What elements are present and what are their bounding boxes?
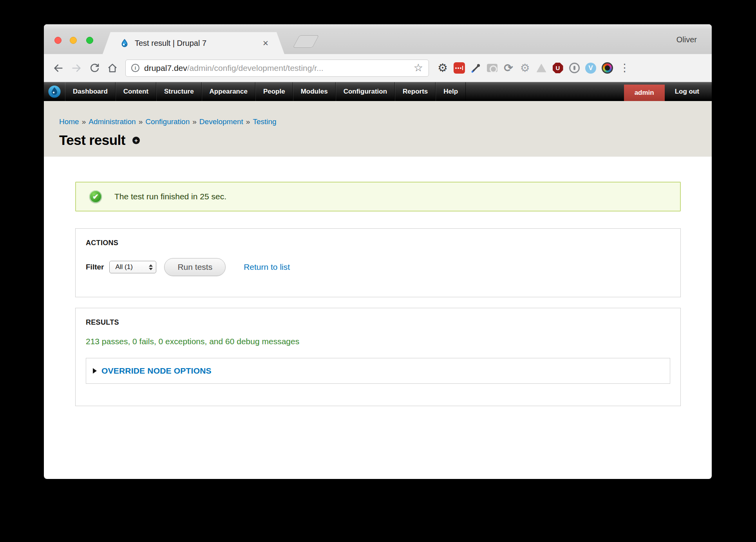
toolbar-item-modules[interactable]: Modules xyxy=(293,82,336,101)
tab-title: Test result | Drupal 7 xyxy=(135,39,206,48)
url-text[interactable]: drupal7.dev/admin/config/development/tes… xyxy=(144,63,411,73)
select-stepper-icon xyxy=(149,264,153,270)
breadcrumb-separator: » xyxy=(82,117,86,126)
ublock-origin-icon[interactable]: U xyxy=(552,62,564,74)
bookmark-star-icon[interactable]: ☆ xyxy=(414,63,423,73)
breadcrumb: Home»Administration»Configuration»Develo… xyxy=(59,117,712,126)
chrome-menu-icon[interactable]: ⋮ xyxy=(619,63,630,73)
drupal-logo-icon[interactable] xyxy=(44,82,65,101)
breadcrumb-testing[interactable]: Testing xyxy=(253,117,276,126)
toolbar-item-reports[interactable]: Reports xyxy=(395,82,436,101)
back-icon[interactable] xyxy=(52,61,65,75)
actions-panel: ACTIONS Filter All (1) Run tests Return … xyxy=(75,228,681,297)
toolbar-item-people[interactable]: People xyxy=(255,82,293,101)
titlebar: Test result | Drupal 7 ✕ Oliver xyxy=(44,24,712,54)
status-message: ✔ The test run finished in 25 sec. xyxy=(75,182,681,211)
actions-heading: ACTIONS xyxy=(86,239,670,247)
filter-select[interactable]: All (1) xyxy=(109,261,156,273)
vimium-icon[interactable]: V xyxy=(584,62,597,74)
new-tab-button[interactable] xyxy=(293,35,319,48)
home-icon[interactable] xyxy=(106,61,119,75)
toolbar-item-content[interactable]: Content xyxy=(116,82,156,101)
toolbar-item-dashboard[interactable]: Dashboard xyxy=(65,82,116,101)
results-summary: 213 passes, 0 fails, 0 exceptions, and 6… xyxy=(86,337,670,346)
tab-close-icon[interactable]: ✕ xyxy=(262,39,269,48)
close-window-button[interactable] xyxy=(54,37,61,44)
toolbar-item-configuration[interactable]: Configuration xyxy=(336,82,395,101)
url-host: drupal7.dev xyxy=(144,63,187,72)
collapsed-arrow-icon xyxy=(93,368,97,374)
lastpass-icon[interactable] xyxy=(453,62,465,74)
browser-toolbar: i drupal7.dev/admin/config/development/t… xyxy=(44,54,712,82)
results-panel: RESULTS 213 passes, 0 fails, 0 exception… xyxy=(75,308,681,406)
add-shortcut-icon[interactable]: + xyxy=(132,137,140,144)
camera-lens-icon[interactable] xyxy=(601,62,613,74)
toolbar-logout[interactable]: Log out xyxy=(665,82,709,101)
results-heading: RESULTS xyxy=(86,318,670,327)
override-node-options-fieldset[interactable]: OVERRIDE NODE OPTIONS xyxy=(86,358,670,384)
keyring-icon[interactable] xyxy=(568,62,581,74)
override-node-options-label: OVERRIDE NODE OPTIONS xyxy=(101,366,212,376)
breadcrumb-development[interactable]: Development xyxy=(199,117,243,126)
gray-gear-icon[interactable]: ⚙ xyxy=(519,62,531,74)
filter-label: Filter xyxy=(86,263,104,271)
minimize-window-button[interactable] xyxy=(70,37,77,44)
chrome-profile-name[interactable]: Oliver xyxy=(676,35,697,44)
eyedropper-icon[interactable] xyxy=(469,62,482,74)
breadcrumb-administration[interactable]: Administration xyxy=(89,117,136,126)
toolbar-user-admin[interactable]: admin xyxy=(624,85,665,101)
screenshot-camera-icon[interactable] xyxy=(486,62,498,74)
breadcrumb-home[interactable]: Home xyxy=(59,117,79,126)
google-drive-icon[interactable] xyxy=(535,62,548,74)
breadcrumb-configuration[interactable]: Configuration xyxy=(145,117,190,126)
return-to-list-link[interactable]: Return to list xyxy=(244,262,290,272)
auto-refresh-icon[interactable]: ⟳ xyxy=(502,62,515,74)
browser-tab[interactable]: Test result | Drupal 7 ✕ xyxy=(103,32,284,54)
page-info-icon[interactable]: i xyxy=(131,64,139,72)
toolbar-item-help[interactable]: Help xyxy=(436,82,466,101)
address-bar[interactable]: i drupal7.dev/admin/config/development/t… xyxy=(125,60,429,77)
browser-window: Test result | Drupal 7 ✕ Oliver i drupa xyxy=(44,24,712,479)
drupal-favicon xyxy=(120,38,129,48)
toolbar-item-structure[interactable]: Structure xyxy=(156,82,202,101)
page-header: Home»Administration»Configuration»Develo… xyxy=(44,101,712,157)
maximize-window-button[interactable] xyxy=(86,37,93,44)
page-title: Test result xyxy=(59,132,125,148)
toolbar-item-appearance[interactable]: Appearance xyxy=(202,82,255,101)
success-check-icon: ✔ xyxy=(89,190,102,203)
settings-gear-icon[interactable]: ⚙ xyxy=(436,62,449,74)
extension-icons: ⚙ ⟳ ⚙ U V xyxy=(434,62,615,74)
forward-icon[interactable] xyxy=(70,61,83,75)
filter-select-value: All (1) xyxy=(115,263,149,271)
breadcrumb-separator: » xyxy=(246,117,250,126)
breadcrumb-separator: » xyxy=(139,117,143,126)
status-message-text: The test run finished in 25 sec. xyxy=(114,192,226,201)
main-content: ✔ The test run finished in 25 sec. ACTIO… xyxy=(44,157,712,406)
url-path: /admin/config/development/testing/r... xyxy=(187,63,324,72)
run-tests-button[interactable]: Run tests xyxy=(164,258,226,276)
breadcrumb-separator: » xyxy=(192,117,197,126)
drupal-admin-toolbar: Dashboard Content Structure Appearance P… xyxy=(44,82,712,101)
reload-icon[interactable] xyxy=(88,61,101,75)
